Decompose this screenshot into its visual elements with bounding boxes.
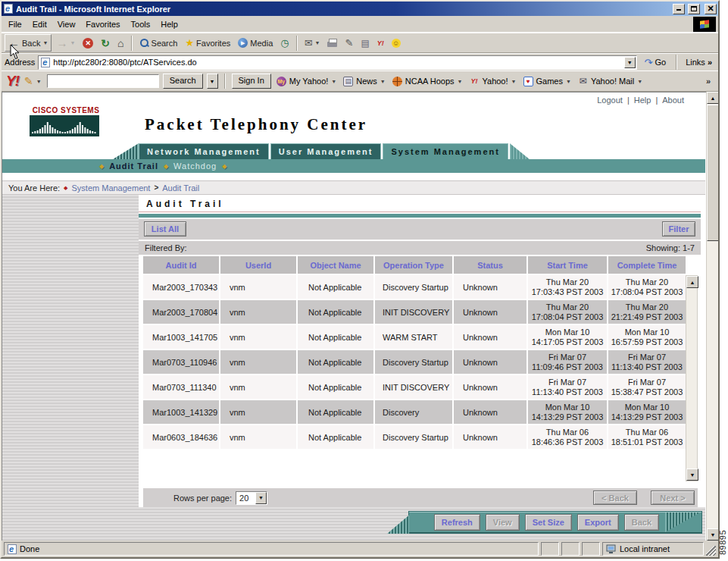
- minimize-button[interactable]: [673, 4, 685, 14]
- subnav-audit-trail[interactable]: Audit Trail: [109, 161, 158, 171]
- menu-tools[interactable]: Tools: [126, 17, 156, 31]
- menu-view[interactable]: View: [52, 17, 81, 31]
- logout-link[interactable]: Logout: [597, 96, 623, 105]
- column-header-complete-time[interactable]: Complete Time: [608, 256, 686, 274]
- table-scroll-down-button[interactable]: ▼: [686, 469, 698, 481]
- view-button[interactable]: View: [486, 514, 520, 531]
- back-button[interactable]: Back: [624, 514, 659, 531]
- subnav-watchdog[interactable]: Watchdog: [173, 161, 217, 171]
- search-button[interactable]: Search: [136, 34, 181, 52]
- about-link[interactable]: About: [662, 96, 684, 105]
- links-menu[interactable]: Links »: [683, 58, 715, 67]
- stop-button[interactable]: ✕: [80, 34, 96, 52]
- dropdown-caret[interactable]: ▼: [458, 79, 463, 84]
- dropdown-caret[interactable]: ▼: [511, 79, 517, 84]
- tab-network-management[interactable]: Network Management: [139, 143, 269, 159]
- page-next-button[interactable]: Next >: [651, 490, 695, 505]
- yahoo-item-news[interactable]: ▤News▼: [342, 77, 386, 86]
- scroll-down-button[interactable]: ▼: [707, 528, 718, 541]
- pencil-dropdown-caret[interactable]: ▼: [36, 79, 42, 84]
- yahoo-item-my-yahoo-[interactable]: MyMy Yahoo!▼: [275, 77, 339, 86]
- address-dropdown[interactable]: ▼: [624, 57, 636, 68]
- yahoo-search-dropdown[interactable]: ▼: [207, 74, 218, 89]
- column-header-user-id[interactable]: UserId: [220, 256, 298, 274]
- address-bar: Address e ▼ ↷ Go Links »: [2, 53, 718, 71]
- dropdown-caret[interactable]: ▼: [331, 79, 336, 84]
- menu-edit[interactable]: Edit: [27, 17, 52, 31]
- maximize-button[interactable]: [688, 4, 700, 14]
- refresh-button[interactable]: Refresh: [434, 514, 480, 531]
- export-button[interactable]: Export: [577, 514, 619, 531]
- close-button[interactable]: ✕: [705, 4, 717, 14]
- table-row[interactable]: Mar2003_170804vnmNot ApplicableINIT DISC…: [143, 299, 686, 324]
- mail-dropdown-caret[interactable]: ▼: [315, 40, 320, 45]
- window-title: Audit Trail - Microsoft Internet Explore…: [16, 5, 670, 14]
- dropdown-caret[interactable]: ▼: [637, 79, 642, 84]
- table-row[interactable]: Mar0703_110946vnmNot ApplicableDiscovery…: [143, 349, 686, 374]
- list-all-button[interactable]: List All: [144, 221, 186, 237]
- table-scrollbar[interactable]: ▲ ▼: [686, 275, 698, 481]
- page-back-button[interactable]: < Back: [593, 490, 637, 505]
- discuss-button[interactable]: ▤: [358, 34, 372, 52]
- my-yahoo-icon: My: [277, 77, 286, 86]
- yahoo-logo[interactable]: Y!: [6, 73, 19, 89]
- scroll-up-button[interactable]: ▲: [707, 92, 718, 104]
- refresh-button[interactable]: ↻: [98, 34, 113, 52]
- rows-per-page-dropdown-arrow[interactable]: ▼: [255, 492, 267, 504]
- dropdown-caret[interactable]: ▼: [566, 79, 571, 84]
- yahoo-search-input[interactable]: [47, 74, 159, 88]
- menu-file[interactable]: File: [3, 17, 27, 31]
- media-button[interactable]: ▶ Media: [235, 34, 276, 52]
- scroll-thumb[interactable]: [707, 105, 718, 241]
- table-row[interactable]: Mar0603_184636vnmNot ApplicableDiscovery…: [143, 424, 686, 449]
- yahoo-sign-in-button[interactable]: Sign In: [232, 74, 271, 89]
- table-row[interactable]: Mar2003_170343vnmNot ApplicableDiscovery…: [143, 274, 686, 299]
- filter-button[interactable]: Filter: [662, 221, 695, 237]
- tab-user-management[interactable]: User Management: [270, 143, 382, 159]
- table-row[interactable]: Mar0703_111340vnmNot ApplicableINIT DISC…: [143, 374, 686, 399]
- home-button[interactable]: ⌂: [114, 34, 127, 52]
- table-scroll-up-button[interactable]: ▲: [686, 276, 698, 288]
- column-header-start-time[interactable]: Start Time: [528, 256, 608, 274]
- set-size-button[interactable]: Set Size: [525, 514, 572, 531]
- yahoo-search-button[interactable]: Search: [163, 74, 203, 89]
- yahoo-smiley-button[interactable]: ☺: [389, 34, 404, 52]
- column-header-status[interactable]: Status: [454, 256, 528, 274]
- dropdown-caret[interactable]: ▼: [380, 79, 386, 84]
- menu-help[interactable]: Help: [155, 17, 183, 31]
- yahoo-item-ncaa-hoops[interactable]: NCAA Hoops▼: [391, 77, 464, 86]
- menu-favorites[interactable]: Favorites: [80, 17, 125, 31]
- resize-grip[interactable]: [706, 546, 716, 556]
- address-field[interactable]: e ▼: [38, 55, 636, 70]
- title-bar[interactable]: e Audit Trail - Microsoft Internet Explo…: [2, 2, 718, 16]
- yahoo-overflow-chevron[interactable]: »: [703, 77, 714, 86]
- rows-per-page-select[interactable]: 20 ▼: [236, 491, 267, 505]
- column-header-audit-id[interactable]: Audit Id: [143, 256, 220, 274]
- breadcrumb-audit-trail[interactable]: Audit Trail: [162, 183, 199, 193]
- yahoo-pencil-button[interactable]: ✎ ▼: [23, 75, 43, 87]
- back-dropdown-caret[interactable]: ▼: [42, 40, 48, 45]
- history-button[interactable]: ◷: [277, 34, 292, 52]
- mail-button[interactable]: ✉ ▼: [302, 34, 323, 52]
- search-label: Search: [152, 39, 178, 48]
- help-link[interactable]: Help: [634, 96, 651, 105]
- column-header-object-name[interactable]: Object Name: [298, 256, 375, 274]
- table-row[interactable]: Mar1003_141329vnmNot ApplicableDiscovery…: [143, 399, 686, 424]
- yahoo-messenger-button[interactable]: Y!: [374, 34, 387, 52]
- tab-system-management[interactable]: System Management: [383, 143, 508, 159]
- breadcrumb-system-management[interactable]: System Management: [71, 183, 150, 193]
- table-row[interactable]: Mar1003_141705vnmNot ApplicableWARM STAR…: [143, 324, 686, 349]
- go-button[interactable]: ↷ Go: [640, 55, 671, 70]
- yahoo-item-games[interactable]: ♥Games▼: [522, 77, 573, 86]
- yahoo-item-yahoo-[interactable]: Y!Yahoo!▼: [468, 77, 518, 86]
- column-header-operation-type[interactable]: Operation Type: [375, 256, 454, 274]
- edit-button[interactable]: ✎: [342, 34, 356, 52]
- cell-complete-time: Fri Mar 07 15:38:47 PST 2003: [608, 375, 686, 399]
- forward-button[interactable]: → ▼: [53, 34, 78, 52]
- content-panel: Audit Trail List All Filter Filtered By:…: [139, 195, 701, 507]
- address-input[interactable]: [53, 58, 620, 67]
- favorites-button[interactable]: ★ Favorites: [182, 34, 233, 52]
- print-button[interactable]: [324, 34, 340, 52]
- page-vertical-scrollbar[interactable]: ▲ ▼: [706, 92, 718, 541]
- yahoo-item-yahoo-mail[interactable]: ✉Yahoo! Mail▼: [576, 77, 644, 86]
